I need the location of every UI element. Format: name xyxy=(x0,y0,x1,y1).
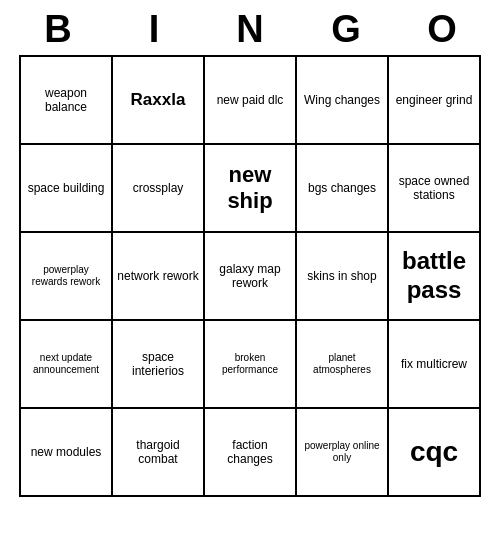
cell-text-18: planet atmospheres xyxy=(301,352,383,376)
bingo-cell-6: crossplay xyxy=(113,145,205,233)
bingo-cell-17: broken performance xyxy=(205,321,297,409)
bingo-cell-15: next update announcement xyxy=(21,321,113,409)
cell-text-10: powerplay rewards rework xyxy=(25,264,107,288)
bingo-cell-21: thargoid combat xyxy=(113,409,205,497)
bingo-cell-2: new paid dlc xyxy=(205,57,297,145)
bingo-cell-20: new modules xyxy=(21,409,113,497)
bingo-cell-18: planet atmospheres xyxy=(297,321,389,409)
cell-text-24: cqc xyxy=(410,435,458,469)
cell-text-12: galaxy map rework xyxy=(209,262,291,291)
cell-text-19: fix multicrew xyxy=(401,357,467,371)
bingo-cell-10: powerplay rewards rework xyxy=(21,233,113,321)
bingo-cell-16: space interierios xyxy=(113,321,205,409)
cell-text-5: space building xyxy=(28,181,105,195)
cell-text-0: weapon balance xyxy=(25,86,107,115)
cell-text-23: powerplay online only xyxy=(301,440,383,464)
bingo-cell-12: galaxy map rework xyxy=(205,233,297,321)
letter-b: B xyxy=(14,8,102,51)
cell-text-6: crossplay xyxy=(133,181,184,195)
bingo-cell-14: battle pass xyxy=(389,233,481,321)
bingo-cell-0: weapon balance xyxy=(21,57,113,145)
letter-n: N xyxy=(206,8,294,51)
cell-text-17: broken performance xyxy=(209,352,291,376)
cell-text-4: engineer grind xyxy=(396,93,473,107)
cell-text-2: new paid dlc xyxy=(217,93,284,107)
bingo-cell-8: bgs changes xyxy=(297,145,389,233)
bingo-cell-11: network rework xyxy=(113,233,205,321)
bingo-cell-7: new ship xyxy=(205,145,297,233)
cell-text-22: faction changes xyxy=(209,438,291,467)
cell-text-3: Wing changes xyxy=(304,93,380,107)
cell-text-14: battle pass xyxy=(393,247,475,305)
letter-g: G xyxy=(302,8,390,51)
bingo-cell-22: faction changes xyxy=(205,409,297,497)
cell-text-11: network rework xyxy=(117,269,198,283)
cell-text-16: space interierios xyxy=(117,350,199,379)
bingo-cell-9: space owned stations xyxy=(389,145,481,233)
letter-o: O xyxy=(398,8,486,51)
bingo-grid: weapon balanceRaxxlanew paid dlcWing cha… xyxy=(19,55,481,497)
cell-text-13: skins in shop xyxy=(307,269,376,283)
cell-text-20: new modules xyxy=(31,445,102,459)
cell-text-21: thargoid combat xyxy=(117,438,199,467)
cell-text-8: bgs changes xyxy=(308,181,376,195)
cell-text-9: space owned stations xyxy=(393,174,475,203)
bingo-cell-5: space building xyxy=(21,145,113,233)
bingo-cell-13: skins in shop xyxy=(297,233,389,321)
bingo-title: B I N G O xyxy=(10,0,490,55)
bingo-cell-23: powerplay online only xyxy=(297,409,389,497)
cell-text-1: Raxxla xyxy=(131,90,186,110)
bingo-cell-4: engineer grind xyxy=(389,57,481,145)
cell-text-7: new ship xyxy=(209,162,291,215)
bingo-cell-1: Raxxla xyxy=(113,57,205,145)
bingo-cell-19: fix multicrew xyxy=(389,321,481,409)
cell-text-15: next update announcement xyxy=(25,352,107,376)
bingo-cell-24: cqc xyxy=(389,409,481,497)
bingo-cell-3: Wing changes xyxy=(297,57,389,145)
letter-i: I xyxy=(110,8,198,51)
